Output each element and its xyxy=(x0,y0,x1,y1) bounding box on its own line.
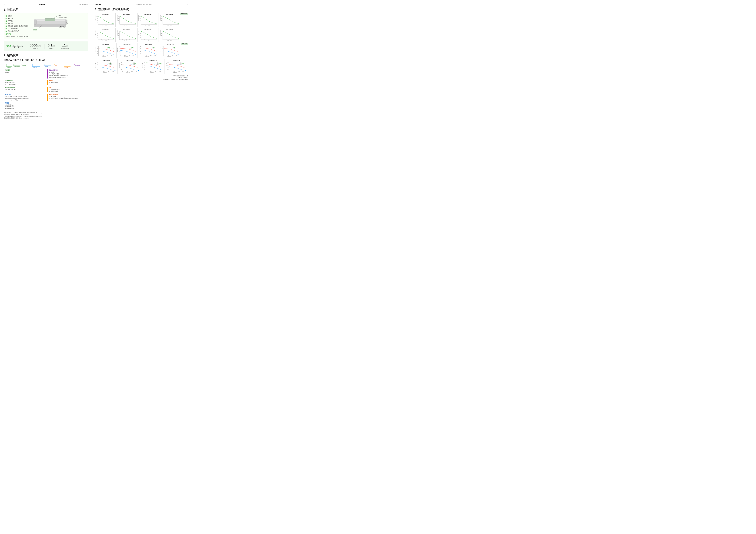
highlights-section: SSA Highlights 5000mm/s 最大速度 0.1μm 高解析度 … xyxy=(4,41,88,51)
svg-text:80: 80 xyxy=(97,18,98,19)
svg-text:40: 40 xyxy=(148,39,148,40)
svg-text:Velocity [m/s]: Velocity [m/s] xyxy=(119,63,120,68)
svg-text:Payload [kg]: Payload [kg] xyxy=(167,26,172,26)
svg-rect-220 xyxy=(107,64,108,64)
svg-text:Load 1 kg: Load 1 kg xyxy=(132,62,135,63)
svg-text:0: 0 xyxy=(162,25,163,25)
model-code: LMSSA-18S100-800-GS-S-D-A0 xyxy=(4,59,88,62)
svg-text:Acceleration [m·s⁻²]: Acceleration [m·s⁻²] xyxy=(138,30,139,36)
svg-text:5.0: 5.0 xyxy=(144,62,145,63)
svg-text:800: 800 xyxy=(129,55,130,56)
svg-text:Load 30 kg: Load 30 kg xyxy=(129,48,132,49)
chart-vel-20c100: SSA-20C100 Velocity [m/s] 5.0 4.0 3.0 2.… xyxy=(142,59,165,74)
svg-text:40: 40 xyxy=(104,25,105,25)
section3-title: 3. 选型辅助图（负载速度曲线） xyxy=(94,8,188,11)
vel-charts-bot: SSA-20S300 Velocity [m/s] 2.0 1.5 1.0 0.… xyxy=(94,59,188,74)
svg-text:Payload [kg]: Payload [kg] xyxy=(146,26,149,26)
svg-text:0: 0 xyxy=(169,71,170,72)
svg-text:1.5: 1.5 xyxy=(97,64,98,65)
svg-text:3.0: 3.0 xyxy=(168,64,169,64)
feature-section: 短交期 使用简单 高CP值 含驱动器 高加速度与速度、超越丝杆速度 可以支援长行… xyxy=(4,13,88,39)
svg-text:0: 0 xyxy=(97,22,98,23)
svg-rect-144 xyxy=(106,47,107,47)
svg-text:400: 400 xyxy=(168,55,169,56)
svg-text:1.0: 1.0 xyxy=(121,67,122,67)
svg-text:800: 800 xyxy=(178,71,179,72)
svg-text:1.5: 1.5 xyxy=(168,67,169,68)
svg-text:2.0: 2.0 xyxy=(140,51,142,52)
svg-text:1200: 1200 xyxy=(154,55,156,56)
svg-text:Load 1 kg: Load 1 kg xyxy=(179,62,182,63)
svg-text:外罩: 外罩 xyxy=(55,65,57,66)
feature-item: 可以支援长行程 xyxy=(6,28,31,30)
feature-item: 可以支援复数动子 xyxy=(6,30,31,32)
svg-rect-185 xyxy=(149,49,151,49)
svg-text:Load 1 kg: Load 1 kg xyxy=(129,46,132,47)
svg-text:保护机台内部、高安全: 保护机台内部、高安全 xyxy=(58,17,67,18)
svg-text:Stroke [mm]: Stroke [mm] xyxy=(167,56,171,57)
svg-text:1.0: 1.0 xyxy=(97,51,98,52)
svg-text:0: 0 xyxy=(122,71,122,72)
svg-text:80: 80 xyxy=(97,33,98,34)
speed-tag: 速度~行程 xyxy=(181,43,188,45)
svg-text:0: 0 xyxy=(98,55,99,56)
annot-cover: 外罩 S：标准外罩与侧盖N：无外罩与侧盖 xyxy=(47,87,88,92)
svg-text:0: 0 xyxy=(141,39,142,40)
svg-text:120: 120 xyxy=(161,31,162,32)
left-doc-num: MM16TS01-1907 xyxy=(80,4,88,5)
svg-text:40: 40 xyxy=(118,20,119,21)
accel-tag: 加速度~负载 xyxy=(180,13,188,14)
annot-encoder: 编码器 G:数字光栅1μmK:数字光栅 0.1μmE:数字磁栅1μm xyxy=(4,102,45,110)
svg-text:40: 40 xyxy=(104,39,105,40)
feature-list: 短交期 使用简单 高CP值 含驱动器 高加速度与速度、超越丝杆速度 可以支援长行… xyxy=(6,15,31,32)
code-section: LMSSA-18S100-800-GS-S-D-A0 宽度系列 直线电机型式 额… xyxy=(4,59,88,119)
svg-text:Load 1 kg: Load 1 kg xyxy=(109,62,112,63)
note-1: ※其它重量请用内插法计算 xyxy=(94,75,188,77)
svg-text:20: 20 xyxy=(144,39,145,40)
svg-text:0: 0 xyxy=(120,55,121,56)
svg-text:400: 400 xyxy=(103,71,104,72)
svg-text:0.5: 0.5 xyxy=(168,69,169,70)
svg-text:0: 0 xyxy=(162,39,163,40)
svg-text:0: 0 xyxy=(140,38,141,38)
svg-text:120: 120 xyxy=(96,31,98,32)
svg-rect-259 xyxy=(154,64,155,65)
svg-text:Velocity [m/s]: Velocity [m/s] xyxy=(142,63,143,68)
svg-text:1.5: 1.5 xyxy=(119,51,120,52)
svg-text:上盖板: 上盖板 xyxy=(58,15,61,16)
chart-accel-20s300: SSA-20S300 Acceleration [m·s⁻²] 120 80 4… xyxy=(94,28,116,42)
svg-rect-148 xyxy=(106,49,107,49)
svg-text:1.5: 1.5 xyxy=(162,51,163,52)
svg-rect-257 xyxy=(154,64,155,64)
highlight-speed: 5000mm/s 最大速度 xyxy=(30,43,41,49)
svg-text:80: 80 xyxy=(161,18,162,19)
svg-text:Load 1 kg: Load 1 kg xyxy=(108,46,110,47)
svg-text:40: 40 xyxy=(147,25,148,25)
svg-text:0: 0 xyxy=(162,22,162,23)
svg-text:80: 80 xyxy=(140,33,141,34)
svg-text:60: 60 xyxy=(151,25,152,25)
svg-text:Stroke [mm]: Stroke [mm] xyxy=(146,56,149,57)
svg-text:400: 400 xyxy=(102,55,104,56)
svg-text:80: 80 xyxy=(161,33,162,34)
svg-text:4.0: 4.0 xyxy=(168,62,169,63)
feature-item: 高加速度与速度、超越丝杆速度 xyxy=(6,25,31,27)
highlight-precision: ±1μm 最佳重现精度 xyxy=(61,43,69,49)
svg-text:0: 0 xyxy=(98,39,98,40)
feature-item: 含驱动器 xyxy=(6,22,31,25)
annot-force: 额定推力等级(N) 100, 200, 300, 500 xyxy=(4,87,45,92)
svg-text:Load 15 kg: Load 15 kg xyxy=(108,47,111,48)
svg-text:驱动器: 驱动器 xyxy=(65,67,68,68)
annot-width: 宽度系列 18, 20 xyxy=(4,69,45,79)
chart-accel-18s200: SSA-18S200 Acceleration [m·s⁻²] 120 80 4… xyxy=(116,13,137,27)
svg-text:2.5: 2.5 xyxy=(162,50,163,50)
svg-text:40: 40 xyxy=(126,25,127,25)
svg-text:直线电机型式: 直线电机型式 xyxy=(14,66,20,67)
svg-text:40: 40 xyxy=(169,25,170,25)
svg-text:额定推力: 额定推力 xyxy=(22,65,26,66)
svg-text:Stroke [mm]: Stroke [mm] xyxy=(102,56,106,57)
svg-rect-166 xyxy=(128,49,129,49)
svg-rect-181 xyxy=(149,47,151,47)
svg-rect-204 xyxy=(171,49,173,49)
svg-text:400: 400 xyxy=(150,71,151,72)
